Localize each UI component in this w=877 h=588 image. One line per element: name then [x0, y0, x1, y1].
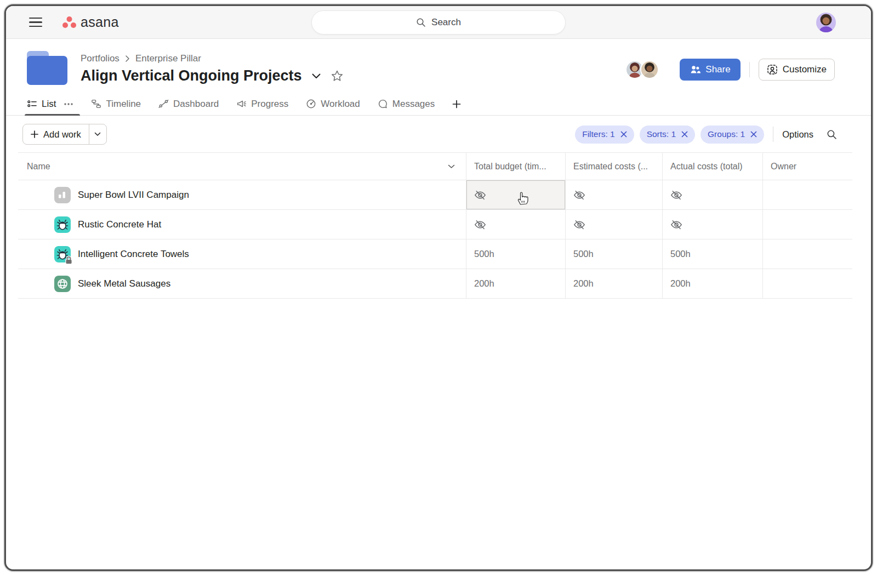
tab-dashboard-label: Dashboard — [173, 99, 219, 110]
add-tab-button[interactable] — [452, 100, 461, 109]
page-header: Portfolios Enterprise Pillar Align Verti… — [6, 39, 871, 85]
member-avatar-2[interactable] — [640, 60, 659, 79]
table-row: Sleek Metal Sausages 200h 200h 200h — [18, 269, 852, 299]
asana-logo-text: asana — [81, 14, 119, 30]
add-work-label: Add work — [43, 129, 81, 140]
breadcrumb: Portfolios Enterprise Pillar — [81, 51, 344, 64]
eye-slash-icon — [573, 219, 585, 231]
total-budget-cell[interactable] — [466, 210, 565, 239]
tab-list-label: List — [42, 99, 56, 110]
tab-timeline[interactable]: Timeline — [91, 93, 141, 115]
actual-costs-cell[interactable]: 500h — [662, 239, 762, 269]
column-header-owner[interactable]: Owner — [762, 153, 852, 180]
topbar: asana Search — [6, 6, 871, 39]
customize-icon — [767, 64, 778, 75]
title-chevron-down-icon[interactable] — [312, 73, 321, 79]
member-avatar-2-image — [641, 61, 658, 78]
search-placeholder: Search — [431, 17, 461, 28]
asana-logo[interactable]: asana — [62, 14, 119, 30]
project-name: Intelligent Concrete Towels — [78, 249, 189, 260]
search-input[interactable]: Search — [311, 10, 566, 35]
workload-gauge-icon — [306, 99, 316, 109]
owner-cell[interactable] — [762, 210, 852, 239]
portfolio-folder-icon — [27, 51, 67, 85]
total-budget-cell[interactable]: 200h — [466, 269, 565, 298]
close-icon[interactable] — [620, 131, 627, 138]
estimated-costs-value: 200h — [573, 278, 594, 289]
sorts-chip[interactable]: Sorts: 1 — [640, 125, 695, 144]
project-name: Rustic Concrete Hat — [78, 219, 161, 230]
eye-slash-icon — [573, 189, 585, 201]
estimated-costs-cell[interactable] — [565, 180, 662, 209]
chevron-down-icon — [94, 132, 101, 136]
column-header-name-label: Name — [27, 162, 50, 172]
owner-cell[interactable] — [762, 269, 852, 298]
name-column-chevron-down-icon[interactable] — [448, 164, 455, 169]
eye-slash-icon — [474, 219, 486, 231]
column-header-total-budget[interactable]: Total budget (tim... — [466, 153, 565, 180]
list-toolbar: Add work Filters: 1 Sorts: 1 Groups: 1 O… — [6, 116, 871, 152]
tab-workload-label: Workload — [321, 99, 360, 110]
search-icon — [416, 18, 426, 27]
actual-costs-cell[interactable]: 200h — [662, 269, 762, 298]
owner-cell[interactable] — [762, 239, 852, 269]
owner-cell[interactable] — [762, 180, 852, 209]
actual-costs-cell[interactable] — [662, 180, 762, 209]
column-header-owner-label: Owner — [771, 162, 796, 172]
hand-cursor — [516, 191, 529, 205]
options-button[interactable]: Options — [782, 129, 813, 140]
hamburger-menu-icon[interactable] — [29, 15, 42, 30]
app-window: asana Search Portfolios E — [4, 4, 873, 571]
timeline-icon — [91, 99, 101, 109]
column-header-actual-costs-label: Actual costs (total) — [670, 162, 743, 172]
sorts-chip-label: Sorts: 1 — [647, 129, 676, 139]
close-icon[interactable] — [750, 131, 757, 138]
customize-button[interactable]: Customize — [759, 59, 835, 81]
progress-megaphone-icon — [236, 99, 247, 109]
user-avatar[interactable] — [816, 13, 836, 32]
tab-messages[interactable]: Messages — [378, 93, 435, 115]
member-facepile[interactable] — [625, 60, 672, 79]
estimated-costs-cell[interactable] — [565, 210, 662, 239]
share-button[interactable]: Share — [680, 59, 740, 81]
total-budget-cell[interactable] — [466, 180, 565, 209]
board-icon — [54, 187, 71, 203]
table-search-button[interactable] — [827, 129, 837, 140]
project-name-cell[interactable]: Rustic Concrete Hat — [18, 210, 466, 239]
project-name-cell[interactable]: Intelligent Concrete Towels — [18, 239, 466, 269]
tab-messages-label: Messages — [392, 99, 435, 110]
tab-workload[interactable]: Workload — [306, 93, 360, 115]
project-name-cell[interactable]: Sleek Metal Sausages — [18, 269, 466, 298]
star-icon[interactable] — [331, 70, 344, 83]
column-header-estimated-costs[interactable]: Estimated costs (... — [565, 153, 662, 180]
table-row: Intelligent Concrete Towels 500h 500h 50… — [18, 239, 852, 269]
eye-slash-icon — [474, 189, 486, 201]
share-button-label: Share — [705, 64, 730, 75]
close-icon[interactable] — [681, 131, 688, 138]
tab-overflow-menu-icon[interactable] — [64, 102, 73, 106]
estimated-costs-cell[interactable]: 200h — [565, 269, 662, 298]
table-row: Rustic Concrete Hat — [18, 210, 852, 239]
actual-costs-cell[interactable] — [662, 210, 762, 239]
estimated-costs-cell[interactable]: 500h — [565, 239, 662, 269]
groups-chip[interactable]: Groups: 1 — [701, 125, 764, 144]
breadcrumb-portfolios[interactable]: Portfolios — [81, 53, 119, 64]
customize-button-label: Customize — [783, 64, 827, 75]
project-name-cell[interactable]: Super Bowl LVII Campaign — [18, 180, 466, 209]
tab-timeline-label: Timeline — [106, 99, 141, 110]
filters-chip[interactable]: Filters: 1 — [575, 125, 634, 144]
eye-slash-icon — [670, 219, 682, 231]
total-budget-cell[interactable]: 500h — [466, 239, 565, 269]
plus-icon — [31, 130, 38, 138]
tab-list[interactable]: List — [27, 93, 56, 115]
column-header-name[interactable]: Name — [18, 153, 466, 180]
breadcrumb-enterprise-pillar[interactable]: Enterprise Pillar — [135, 53, 201, 64]
column-header-actual-costs[interactable]: Actual costs (total) — [662, 153, 762, 180]
estimated-costs-value: 500h — [573, 249, 594, 259]
add-work-dropdown-button[interactable] — [89, 124, 106, 144]
lock-icon — [64, 255, 73, 265]
tab-dashboard[interactable]: Dashboard — [158, 93, 219, 115]
tab-progress[interactable]: Progress — [236, 93, 288, 115]
add-work-button[interactable]: Add work — [22, 124, 107, 145]
table-row: Super Bowl LVII Campaign — [18, 180, 852, 210]
